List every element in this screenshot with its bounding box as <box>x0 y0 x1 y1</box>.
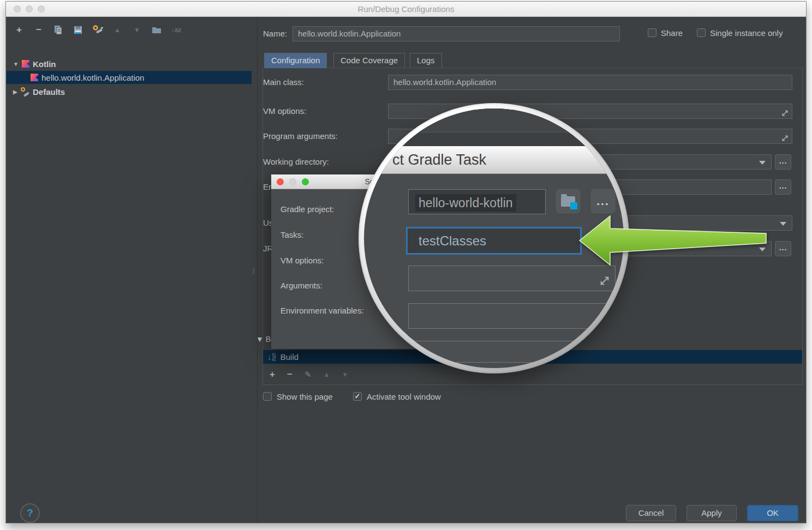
expand-arrow-icon[interactable]: ▼ <box>13 61 21 67</box>
browse-working-directory-button[interactable]: ... <box>775 154 791 170</box>
tab-configuration[interactable]: Configuration <box>264 53 327 68</box>
expand-field-icon[interactable] <box>781 107 789 116</box>
collapse-arrow-icon[interactable]: ▶ <box>13 89 21 95</box>
save-configuration-icon[interactable] <box>73 25 83 35</box>
screenshot-stage: Run/Debug Configurations + − <box>0 0 812 530</box>
window-titlebar: Run/Debug Configurations <box>6 2 806 17</box>
apply-button[interactable]: Apply <box>686 505 737 521</box>
move-up-icon[interactable]: ▲ <box>112 25 123 35</box>
defaults-icon <box>21 87 29 96</box>
show-this-page-label: Show this page <box>277 392 333 402</box>
tree-item-application[interactable]: hello.world.kotlin.Application <box>7 71 252 84</box>
help-button[interactable]: ? <box>20 503 40 523</box>
gradle-project-input[interactable]: hello-world-kotlin <box>408 189 546 214</box>
magnified-dialog-title: ct Gradle Task <box>364 146 624 174</box>
remove-configuration-icon[interactable]: − <box>33 25 44 35</box>
dialog-vm-options-label: VM options: <box>280 254 324 267</box>
chevron-down-icon[interactable] <box>759 248 766 251</box>
chevron-down-icon[interactable] <box>780 222 786 226</box>
main-class-label: Main class: <box>263 75 304 90</box>
browse-jre-button[interactable]: ... <box>775 241 791 256</box>
show-this-page-checkbox[interactable] <box>263 392 272 401</box>
dialog-environment-variables-label: Environment variables: <box>280 304 364 317</box>
panel-splitter-handle[interactable]: ⠿⠿ <box>252 269 256 292</box>
browse-environment-variables-button[interactable]: ... <box>775 179 791 195</box>
dialog-arguments-label: Arguments: <box>280 279 323 292</box>
tab-logs[interactable]: Logs <box>410 53 442 68</box>
tree-group-label: Kotlin <box>33 59 56 69</box>
magnifier-loupe: ct Gradle Task hello-world-kotlin ... te… <box>359 103 629 374</box>
main-class-input[interactable]: hello.world.kotlin.Application <box>388 75 792 90</box>
expand-field-icon[interactable] <box>781 132 789 141</box>
move-task-down-icon[interactable]: ▼ <box>342 371 348 378</box>
vm-options-label: VM options: <box>263 104 306 119</box>
browse-project-button[interactable]: ... <box>590 188 616 214</box>
magnifier-content: ct Gradle Task hello-world-kotlin ... te… <box>364 109 624 368</box>
name-label: Name: <box>263 26 287 41</box>
expand-field-icon[interactable] <box>599 275 611 287</box>
single-instance-label: Single instance only <box>710 28 783 39</box>
tree-group-kotlin[interactable]: ▼ Kotlin <box>7 57 252 70</box>
single-instance-checkbox[interactable] <box>697 28 706 37</box>
window-title: Run/Debug Configurations <box>6 4 806 14</box>
dialog-vm-options-input[interactable] <box>408 266 616 291</box>
gradle-project-label: Gradle project: <box>280 203 334 216</box>
tree-toolbar: + − <box>14 23 182 37</box>
folder-icon <box>561 196 575 207</box>
tree-item-label: hello.world.kotlin.Application <box>41 73 144 82</box>
add-task-icon[interactable]: + <box>270 369 275 380</box>
activate-tool-window-label: Activate tool window <box>367 392 441 402</box>
ok-button[interactable]: OK <box>747 505 798 521</box>
chevron-down-icon[interactable] <box>759 161 766 165</box>
move-task-up-icon[interactable]: ▲ <box>323 371 330 378</box>
remove-task-icon[interactable]: − <box>287 369 292 380</box>
dialog-arguments-input[interactable] <box>408 303 616 329</box>
program-arguments-label: Program arguments: <box>263 129 338 144</box>
tasks-label: Tasks: <box>280 228 304 242</box>
kotlin-icon <box>22 60 29 68</box>
before-launch-toolbar: + − ✎ ▲ ▼ <box>270 368 348 381</box>
tree-group-defaults[interactable]: ▶ Defaults <box>7 85 252 98</box>
configurations-tree-panel: + − <box>6 17 258 523</box>
activate-tool-window-checkbox[interactable]: ✓ <box>353 392 362 401</box>
name-input[interactable]: hello.world.kotlin.Application <box>292 26 620 41</box>
tree-group-label: Defaults <box>33 87 65 97</box>
build-task-label: Build <box>280 352 298 362</box>
kotlin-icon <box>31 74 38 81</box>
tab-code-coverage[interactable]: Code Coverage <box>333 53 405 68</box>
share-label: Share <box>661 28 683 39</box>
move-down-icon[interactable]: ▼ <box>132 25 142 35</box>
add-configuration-icon[interactable]: + <box>14 25 25 35</box>
select-project-folder-button[interactable] <box>555 188 581 214</box>
cancel-button[interactable]: Cancel <box>626 505 676 521</box>
create-folder-icon[interactable] <box>151 25 162 35</box>
copy-configuration-icon[interactable] <box>53 25 64 35</box>
edit-task-icon[interactable]: ✎ <box>304 370 312 380</box>
sort-configurations-icon[interactable]: ↓az <box>171 25 182 35</box>
edit-defaults-icon[interactable] <box>92 25 103 35</box>
working-directory-label: Working directory: <box>263 154 329 170</box>
share-checkbox[interactable] <box>648 28 656 37</box>
build-task-icon: ↓ 01 10 01 <box>267 352 276 362</box>
tasks-input[interactable]: testClasses <box>406 227 582 255</box>
